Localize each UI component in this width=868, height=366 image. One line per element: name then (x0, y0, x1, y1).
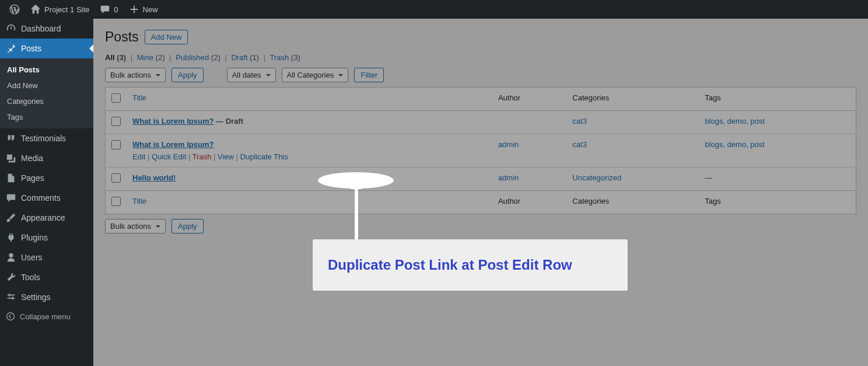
tablenav-bottom: Bulk actions Apply (105, 219, 856, 233)
apply-button-bottom[interactable]: Apply (172, 219, 204, 233)
wp-logo[interactable] (5, 0, 24, 19)
table-row: What is Lorem Ipsum? Edit | Quick Edit |… (106, 134, 856, 168)
menu-label: Posts (21, 44, 41, 53)
submenu-all-posts[interactable]: All Posts (0, 62, 93, 78)
filter-draft[interactable]: Draft (1) (231, 53, 259, 62)
quote-icon (6, 133, 16, 144)
collapse-menu[interactable]: Collapse menu (0, 307, 93, 326)
author-link[interactable]: admin (498, 173, 519, 182)
collapse-label: Collapse menu (20, 312, 71, 321)
site-link[interactable]: Project 1 Site (26, 0, 94, 19)
posts-table: Title Author Categories Tags What is Lor… (105, 87, 856, 214)
menu-label: Users (21, 253, 43, 262)
col-categories: Categories (572, 93, 609, 102)
filter-all[interactable]: All (3) (105, 53, 126, 62)
menu-settings[interactable]: Settings (0, 287, 93, 307)
col-author: Author (498, 93, 520, 102)
col-title-foot[interactable]: Title (132, 197, 146, 205)
svg-point-0 (7, 313, 15, 320)
menu-tools[interactable]: Tools (0, 267, 93, 287)
menu-pages[interactable]: Pages (0, 168, 93, 188)
user-icon (6, 252, 16, 263)
pushpin-icon (6, 43, 16, 54)
menu-dashboard[interactable]: Dashboard (0, 19, 93, 39)
date-filter-select[interactable]: All dates (227, 68, 276, 82)
tablenav-top: Bulk actions Apply All dates All Categor… (105, 68, 856, 82)
home-icon (30, 4, 41, 15)
wrench-icon (6, 272, 16, 283)
submenu-add-new[interactable]: Add New (0, 78, 93, 93)
category-link[interactable]: cat3 (572, 117, 587, 126)
menu-label: Dashboard (21, 24, 61, 33)
filter-trash[interactable]: Trash (3) (270, 53, 300, 62)
admin-sidebar: Dashboard Posts All Posts Add New Catego… (0, 19, 93, 366)
row-checkbox[interactable] (111, 117, 121, 126)
comments-link[interactable]: 0 (95, 0, 123, 19)
post-title-link[interactable]: What is Lorem Ipsum? (132, 117, 214, 126)
row-action-edit[interactable]: Edit (132, 152, 145, 161)
menu-label: Tools (21, 273, 40, 282)
col-author-foot: Author (498, 197, 520, 205)
page-title: Posts (105, 29, 139, 45)
row-action-view[interactable]: View (218, 152, 234, 161)
col-tags: Tags (705, 93, 720, 102)
post-state: — Draft (216, 117, 243, 126)
col-tags-foot: Tags (705, 197, 720, 205)
bulk-actions-select[interactable]: Bulk actions (105, 68, 166, 82)
new-label: New (143, 5, 158, 14)
menu-label: Pages (21, 173, 44, 183)
row-action-trash[interactable]: Trash (192, 152, 212, 161)
annotation-callout: Duplicate Post Link at Post Edit Row (313, 239, 628, 291)
filter-published[interactable]: Published (2) (176, 53, 220, 62)
menu-label: Appearance (21, 213, 65, 222)
dashboard-icon (6, 23, 16, 34)
add-new-button[interactable]: Add New (145, 30, 188, 44)
row-action-duplicate[interactable]: Duplicate This (240, 152, 288, 161)
post-title-link[interactable]: What is Lorem Ipsum? (132, 140, 214, 149)
submenu-categories[interactable]: Categories (0, 93, 93, 109)
wordpress-icon (9, 4, 20, 15)
menu-media[interactable]: Media (0, 148, 93, 168)
comment-count: 0 (114, 5, 118, 14)
col-title[interactable]: Title (132, 93, 146, 102)
category-link[interactable]: cat3 (572, 140, 587, 149)
menu-label: Settings (21, 292, 51, 302)
tags-cell: — (705, 173, 712, 182)
submenu-tags[interactable]: Tags (0, 109, 93, 125)
row-checkbox[interactable] (111, 173, 121, 183)
row-checkbox[interactable] (111, 140, 121, 149)
menu-label: Comments (21, 193, 61, 203)
tags-link[interactable]: blogs, demo, post (705, 140, 765, 149)
author-link[interactable]: admin (498, 140, 519, 149)
plug-icon (6, 232, 16, 243)
row-action-quick-edit[interactable]: Quick Edit (152, 152, 186, 161)
new-link[interactable]: New (124, 0, 163, 19)
menu-appearance[interactable]: Appearance (0, 208, 93, 228)
media-icon (6, 153, 16, 163)
filter-button[interactable]: Filter (354, 68, 384, 82)
menu-users[interactable]: Users (0, 248, 93, 267)
main-content: Posts Add New All (3) | Mine (2) | Publi… (93, 19, 868, 366)
filter-mine[interactable]: Mine (2) (137, 53, 165, 62)
menu-posts[interactable]: Posts (0, 39, 93, 58)
submenu-posts: All Posts Add New Categories Tags (0, 58, 93, 128)
menu-label: Media (21, 154, 43, 163)
post-title-link[interactable]: Hello world! (132, 173, 176, 182)
tags-link[interactable]: blogs, demo, post (705, 117, 765, 126)
menu-comments[interactable]: Comments (0, 188, 93, 208)
select-all-bottom[interactable] (111, 197, 121, 206)
bulk-actions-select-bottom[interactable]: Bulk actions (105, 219, 166, 233)
menu-testimonials[interactable]: Testimonials (0, 128, 93, 148)
comment-icon (100, 4, 110, 15)
sliders-icon (6, 292, 16, 302)
menu-plugins[interactable]: Plugins (0, 228, 93, 248)
chevron-left-circle-icon (6, 312, 15, 321)
apply-button-top[interactable]: Apply (172, 68, 204, 82)
comments-icon (6, 193, 16, 203)
category-filter-select[interactable]: All Categories (282, 68, 349, 82)
brush-icon (6, 212, 16, 223)
table-row: Hello world! admin Uncategorized — (106, 168, 856, 191)
select-all-top[interactable] (111, 93, 121, 103)
category-link[interactable]: Uncategorized (572, 173, 621, 182)
site-name: Project 1 Site (44, 5, 89, 14)
